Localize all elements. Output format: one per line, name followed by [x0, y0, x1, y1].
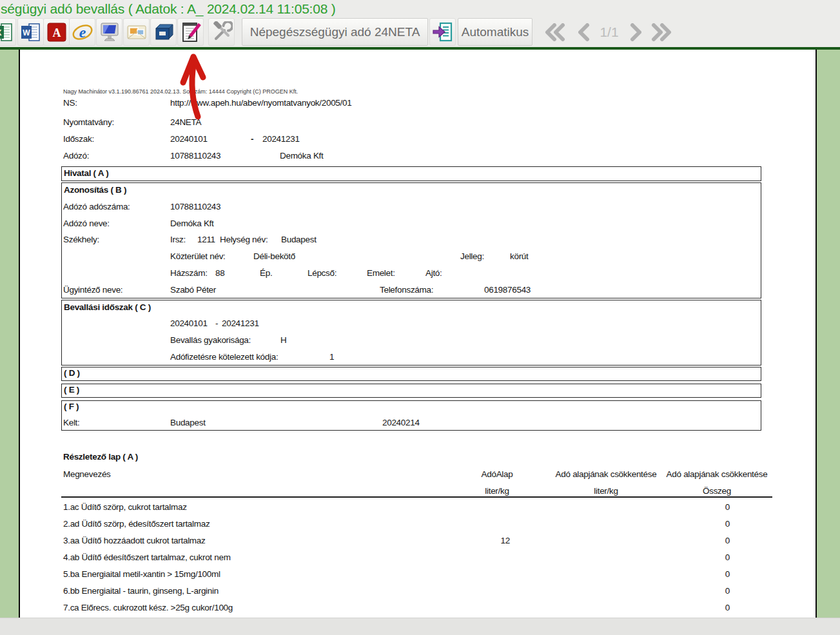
- taxpayer-label: Adózó:: [63, 151, 89, 161]
- archive-button[interactable]: [150, 18, 177, 46]
- svg-text:e: e: [79, 24, 86, 41]
- type-value: körút: [510, 251, 529, 261]
- form-preview-page: Nagy Machinátor v3.1.190.86761 2024.02.1…: [19, 50, 817, 618]
- col1-header-line2: liter/kg: [465, 486, 529, 496]
- section-a-title: Hivatal ( A ): [64, 168, 108, 178]
- name-value: Demóka Kft: [170, 219, 214, 228]
- row-name: 1.ac Üdítő szörp, cukrot tartalmaz: [63, 502, 187, 512]
- detail-table-title: Részletező lap ( A ): [63, 452, 138, 462]
- phone-label: Telefonszáma:: [380, 285, 433, 295]
- row-amount: 0: [652, 552, 730, 562]
- monitor-button[interactable]: [96, 18, 122, 46]
- col-name-header: Megnevezés: [63, 469, 111, 479]
- houseno-label: Házszám:: [170, 268, 208, 278]
- ns-value: http://www.apeh.hu/abev/nyomtatvanyok/20…: [170, 98, 351, 108]
- date-label: Kelt:: [63, 418, 80, 427]
- table-row: 5.ba Energiaital metil-xantin > 15mg/100…: [20, 569, 816, 586]
- previous-page-button[interactable]: [572, 21, 596, 44]
- previous-page-icon: [578, 23, 590, 41]
- section-d-title: ( D ): [64, 368, 80, 378]
- date-value: 20240214: [382, 418, 420, 427]
- code-label: Adófizetésre kötelezett kódja:: [170, 352, 278, 362]
- ns-label: NS:: [63, 98, 77, 108]
- excel-icon: X: [0, 22, 14, 43]
- floor-label: Emelet:: [367, 268, 395, 278]
- row-name: 4.ab Üdítő édesítőszert tartalmaz, cukro…: [63, 552, 231, 562]
- notepad-edit-icon: [181, 22, 201, 43]
- import-button[interactable]: [429, 18, 456, 46]
- zip-label: Irsz:: [170, 235, 186, 244]
- period-from: 20240101: [170, 134, 208, 144]
- tools-button[interactable]: [208, 18, 235, 46]
- table-row: 3.aa Üdítő hozzáadott cukrot tartalmaz 1…: [20, 536, 816, 552]
- row-name: 5.ba Energiaital metil-xantin > 15mg/100…: [63, 569, 220, 579]
- row-amount: 0: [652, 536, 730, 545]
- internet-explorer-button[interactable]: e: [69, 18, 95, 46]
- row-amount: 0: [652, 586, 730, 596]
- section-b-box: [61, 182, 761, 298]
- form-select-button[interactable]: Népegészségügyi adó 24NETA: [242, 18, 428, 46]
- col3-header-line1: Adó alapjának csökkentése: [643, 469, 790, 479]
- tools-icon: [211, 21, 233, 43]
- internet-explorer-icon: e: [72, 21, 93, 43]
- date-city: Budapest: [170, 418, 206, 427]
- table-row: 1.ac Üdítő szörp, cukrot tartalmaz 0: [20, 502, 816, 519]
- pdf-icon: A: [46, 22, 67, 43]
- page-indicator: 1/1: [596, 24, 622, 40]
- mail-button[interactable]: [123, 18, 150, 46]
- street-label: Közterület név:: [170, 251, 226, 261]
- section-f-title: ( F ): [64, 402, 79, 411]
- taxnumber-label: Adózó adószáma:: [63, 202, 130, 211]
- frequency-value: H: [280, 335, 286, 345]
- svg-text:X: X: [0, 28, 1, 37]
- section-c-title: Bevallási időszak ( C ): [64, 302, 151, 312]
- table-row: 2.ad Üdítő szörp, édesítőszert tartalmaz…: [20, 519, 816, 536]
- form-label: Nyomtatvány:: [63, 117, 114, 127]
- city-value: Budapest: [281, 235, 317, 244]
- pdf-button[interactable]: A: [43, 18, 70, 46]
- section-c-box: [61, 300, 761, 366]
- officer-value: Szabó Péter: [170, 285, 216, 295]
- door-label: Ajtó:: [425, 268, 442, 278]
- row-amount: 0: [652, 502, 730, 512]
- c-period-separator: -: [215, 318, 218, 328]
- notepad-edit-button[interactable]: [177, 18, 204, 46]
- automatic-button[interactable]: Automatikus: [458, 18, 532, 46]
- section-e-title: ( E ): [64, 385, 79, 395]
- table-row: 4.ab Üdítő édesítőszert tartalmaz, cukro…: [20, 552, 816, 569]
- last-page-icon: [651, 23, 672, 41]
- row-amount: 0: [652, 603, 730, 612]
- form-select-label: Népegészségügyi adó 24NETA: [250, 25, 420, 39]
- archive-icon: [153, 22, 174, 43]
- row-amount: 0: [652, 569, 730, 579]
- word-icon: W: [21, 22, 41, 43]
- row-base: 12: [433, 536, 510, 545]
- row-name: 7.ca Előrecs. cukrozott kész. >25g cukor…: [63, 603, 233, 612]
- last-page-button[interactable]: [650, 21, 673, 44]
- row-name: 6.bb Energiaital - taurin, ginseng, L-ar…: [63, 586, 219, 596]
- zip-value: 1211: [197, 235, 215, 244]
- table-header-rule: [61, 496, 772, 498]
- c-period-from: 20240101: [170, 318, 208, 328]
- excel-button[interactable]: X: [0, 18, 16, 46]
- first-page-button[interactable]: [543, 21, 567, 44]
- city-label: Helység név:: [220, 235, 268, 244]
- svg-text:W: W: [23, 28, 30, 37]
- period-separator: -: [251, 134, 253, 144]
- section-a-box: [61, 166, 761, 181]
- code-value: 1: [329, 352, 334, 362]
- houseno-value: 88: [215, 268, 224, 278]
- frequency-label: Bevallás gyakorisága:: [170, 335, 251, 345]
- form-value: 24NETA: [170, 117, 201, 127]
- first-page-icon: [545, 23, 565, 41]
- row-name: 2.ad Üdítő szörp, édesítőszert tartalmaz: [63, 519, 210, 529]
- col1-header-line1: AdóAlap: [465, 469, 529, 479]
- building-label: Ép.: [260, 268, 272, 278]
- next-page-button[interactable]: [624, 21, 647, 44]
- stair-label: Lépcső:: [308, 268, 337, 278]
- toolbar: X W A e: [0, 17, 840, 47]
- word-button[interactable]: W: [17, 18, 44, 46]
- automatic-label: Automatikus: [462, 25, 529, 39]
- c-period-to: 20241231: [222, 318, 259, 328]
- taxnumber-value: 10788110243: [170, 202, 220, 211]
